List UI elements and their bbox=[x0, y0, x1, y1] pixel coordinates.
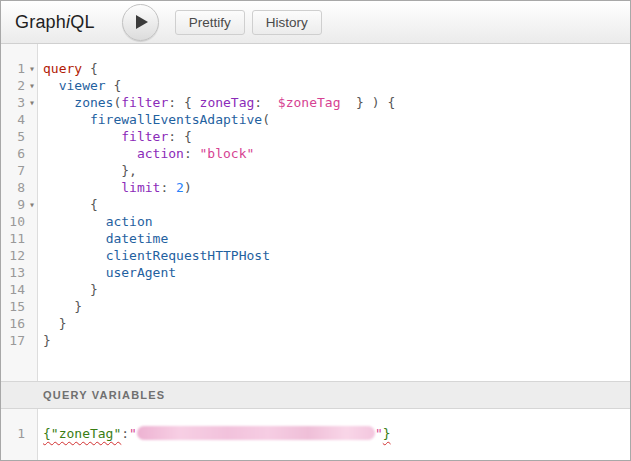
token-punct bbox=[43, 129, 121, 144]
code-text: }, bbox=[38, 162, 137, 179]
query-variables-title: QUERY VARIABLES bbox=[43, 389, 165, 401]
token-punct: } bbox=[43, 282, 98, 297]
query-variables-header[interactable]: QUERY VARIABLES bbox=[1, 381, 630, 409]
line-number: 16 bbox=[1, 315, 26, 332]
execute-query-button[interactable] bbox=[122, 4, 159, 41]
token-string: " bbox=[375, 426, 383, 441]
token-punct: : bbox=[160, 180, 176, 195]
fold-arrow-icon[interactable]: ▾ bbox=[26, 60, 38, 77]
line-number: 5 bbox=[1, 128, 26, 145]
fold-gutter bbox=[26, 179, 38, 196]
fold-gutter bbox=[26, 281, 38, 298]
token-punct: : { bbox=[168, 95, 199, 110]
token-punct: { bbox=[43, 197, 98, 212]
token-property: zones bbox=[74, 95, 113, 110]
code-text: zones(filter: { zoneTag: $zoneTag } ) { bbox=[38, 94, 395, 111]
token-property: firewallEventsAdaptive bbox=[90, 112, 262, 127]
token-property: clientRequestHTTPHost bbox=[106, 248, 270, 263]
code-text: datetime bbox=[38, 230, 168, 247]
query-code: 1▾query {2▾ viewer {3▾ zones(filter: { z… bbox=[1, 44, 630, 349]
code-line: 9▾ { bbox=[1, 196, 630, 213]
token-property: action bbox=[106, 214, 153, 229]
token-punct: } ) { bbox=[340, 95, 395, 110]
variables-code: 1{"zoneTag":""} bbox=[1, 409, 630, 442]
code-text: } bbox=[38, 315, 66, 332]
token-punct: : { bbox=[168, 129, 191, 144]
line-number: 1 bbox=[1, 60, 26, 77]
token-punct: { bbox=[82, 61, 98, 76]
token-attribute: filter bbox=[121, 129, 168, 144]
line-number: 7 bbox=[1, 162, 26, 179]
fold-gutter bbox=[26, 247, 38, 264]
token-punct: ( bbox=[262, 112, 270, 127]
token-punct: : bbox=[184, 146, 200, 161]
token-punct: : bbox=[121, 426, 129, 441]
code-line: 10 action bbox=[1, 213, 630, 230]
token-punct: } bbox=[43, 316, 66, 331]
line-number: 3 bbox=[1, 94, 26, 111]
token-attribute: zoneTag bbox=[200, 95, 255, 110]
code-text: } bbox=[38, 298, 82, 315]
fold-gutter bbox=[26, 264, 38, 281]
token-punct: }, bbox=[43, 163, 137, 178]
token-punct bbox=[43, 146, 137, 161]
fold-arrow-icon[interactable]: ▾ bbox=[26, 77, 38, 94]
token-property: userAgent bbox=[106, 265, 176, 280]
prettify-button[interactable]: Prettify bbox=[175, 10, 245, 35]
code-text: { bbox=[38, 196, 98, 213]
code-line: 8 limit: 2) bbox=[1, 179, 630, 196]
token-variable: $zoneTag bbox=[278, 95, 341, 110]
token-string: "block" bbox=[200, 146, 255, 161]
code-text: query { bbox=[38, 60, 98, 77]
token-punct bbox=[43, 112, 90, 127]
code-line: 13 userAgent bbox=[1, 264, 630, 281]
token-punct bbox=[43, 248, 106, 263]
token-property: datetime bbox=[106, 231, 169, 246]
fold-arrow-icon[interactable]: ▾ bbox=[26, 94, 38, 111]
code-text: viewer { bbox=[38, 77, 121, 94]
code-line: 4 firewallEventsAdaptive( bbox=[1, 111, 630, 128]
line-number: 9 bbox=[1, 196, 26, 213]
line-number: 12 bbox=[1, 247, 26, 264]
fold-gutter bbox=[26, 230, 38, 247]
toolbar: GraphiQL Prettify History bbox=[1, 1, 630, 44]
token-punct: } bbox=[43, 333, 51, 348]
line-number: 13 bbox=[1, 264, 26, 281]
code-line: 2▾ viewer { bbox=[1, 77, 630, 94]
fold-gutter bbox=[26, 315, 38, 332]
code-line: 14 } bbox=[1, 281, 630, 298]
code-text: clientRequestHTTPHost bbox=[38, 247, 270, 264]
code-line: 7 }, bbox=[1, 162, 630, 179]
fold-gutter bbox=[26, 332, 38, 349]
code-line: 11 datetime bbox=[1, 230, 630, 247]
play-icon bbox=[136, 15, 148, 29]
fold-gutter bbox=[26, 111, 38, 128]
line-number: 8 bbox=[1, 179, 26, 196]
line-number: 15 bbox=[1, 298, 26, 315]
token-punct bbox=[43, 231, 106, 246]
code-text: limit: 2) bbox=[38, 179, 192, 196]
token-punct bbox=[43, 180, 121, 195]
code-line: 16 } bbox=[1, 315, 630, 332]
history-button[interactable]: History bbox=[252, 10, 322, 35]
token-number: 2 bbox=[176, 180, 184, 195]
fold-gutter bbox=[26, 128, 38, 145]
fold-arrow-icon[interactable]: ▾ bbox=[26, 196, 38, 213]
code-line: 15 } bbox=[1, 298, 630, 315]
code-text: {"zoneTag":""} bbox=[38, 425, 391, 442]
token-keyword: query bbox=[43, 61, 82, 76]
token-attribute: limit bbox=[121, 180, 160, 195]
query-editor[interactable]: 1▾query {2▾ viewer {3▾ zones(filter: { z… bbox=[1, 44, 630, 381]
fold-gutter bbox=[26, 213, 38, 230]
token-punct: ) bbox=[184, 180, 192, 195]
code-text: } bbox=[38, 332, 51, 349]
code-text: action bbox=[38, 213, 153, 230]
fold-gutter bbox=[26, 162, 38, 179]
line-number: 1 bbox=[1, 425, 26, 442]
code-line: 1▾query { bbox=[1, 60, 630, 77]
variables-editor[interactable]: 1{"zoneTag":""} bbox=[1, 409, 630, 460]
fold-gutter bbox=[26, 425, 38, 442]
code-text: firewallEventsAdaptive( bbox=[38, 111, 270, 128]
token-punct bbox=[43, 214, 106, 229]
redacted-zone-tag-value bbox=[137, 426, 375, 440]
